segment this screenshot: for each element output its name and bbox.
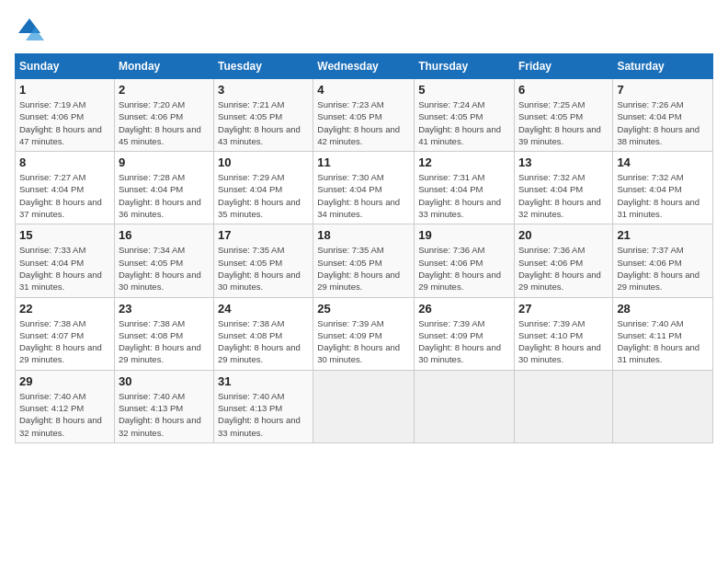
day-number: 30 xyxy=(119,374,210,388)
day-number: 15 xyxy=(19,228,110,242)
day-info: Sunrise: 7:20 AM Sunset: 4:06 PM Dayligh… xyxy=(119,98,210,147)
sunrise: Sunrise: 7:25 AM xyxy=(518,99,585,109)
daylight: Daylight: 8 hours and 35 minutes. xyxy=(218,197,301,219)
day-cell: 11 Sunrise: 7:30 AM Sunset: 4:04 PM Dayl… xyxy=(313,152,415,224)
daylight: Daylight: 8 hours and 32 minutes. xyxy=(19,415,102,437)
day-number: 7 xyxy=(617,83,709,97)
day-cell xyxy=(415,370,515,442)
day-cell: 3 Sunrise: 7:21 AM Sunset: 4:05 PM Dayli… xyxy=(214,79,313,152)
day-cell: 10 Sunrise: 7:29 AM Sunset: 4:04 PM Dayl… xyxy=(214,152,313,224)
day-number: 20 xyxy=(518,228,609,242)
calendar-header: SundayMondayTuesdayWednesdayThursdayFrid… xyxy=(16,54,713,79)
sunrise: Sunrise: 7:40 AM xyxy=(119,391,185,401)
daylight: Daylight: 8 hours and 29 minutes. xyxy=(19,342,102,364)
page-container: SundayMondayTuesdayWednesdayThursdayFrid… xyxy=(0,0,728,451)
daylight: Daylight: 8 hours and 30 minutes. xyxy=(119,270,201,292)
day-cell: 5 Sunrise: 7:24 AM Sunset: 4:05 PM Dayli… xyxy=(415,79,515,152)
day-cell: 18 Sunrise: 7:35 AM Sunset: 4:05 PM Dayl… xyxy=(313,224,415,297)
sunset: Sunset: 4:08 PM xyxy=(218,330,282,340)
day-cell: 17 Sunrise: 7:35 AM Sunset: 4:05 PM Dayl… xyxy=(214,224,313,297)
day-cell: 9 Sunrise: 7:28 AM Sunset: 4:04 PM Dayli… xyxy=(114,152,213,224)
daylight: Daylight: 8 hours and 32 minutes. xyxy=(119,415,201,437)
daylight: Daylight: 8 hours and 34 minutes. xyxy=(317,197,400,219)
sunrise: Sunrise: 7:38 AM xyxy=(119,318,185,328)
sunrise: Sunrise: 7:38 AM xyxy=(19,318,85,328)
sunset: Sunset: 4:11 PM xyxy=(617,330,681,340)
daylight: Daylight: 8 hours and 42 minutes. xyxy=(317,124,400,146)
day-cell: 23 Sunrise: 7:38 AM Sunset: 4:08 PM Dayl… xyxy=(114,297,213,370)
day-number: 8 xyxy=(19,155,110,169)
sunset: Sunset: 4:06 PM xyxy=(617,258,681,268)
day-info: Sunrise: 7:36 AM Sunset: 4:06 PM Dayligh… xyxy=(418,244,510,293)
daylight: Daylight: 8 hours and 37 minutes. xyxy=(19,197,102,219)
logo-icon xyxy=(15,15,44,44)
sunrise: Sunrise: 7:23 AM xyxy=(317,99,383,109)
sunrise: Sunrise: 7:29 AM xyxy=(218,172,284,182)
sunrise: Sunrise: 7:40 AM xyxy=(617,318,683,328)
day-cell: 7 Sunrise: 7:26 AM Sunset: 4:04 PM Dayli… xyxy=(613,79,713,152)
sunrise: Sunrise: 7:40 AM xyxy=(19,391,85,401)
daylight: Daylight: 8 hours and 29 minutes. xyxy=(518,270,601,292)
day-number: 27 xyxy=(518,302,609,316)
daylight: Daylight: 8 hours and 36 minutes. xyxy=(119,197,201,219)
sunrise: Sunrise: 7:31 AM xyxy=(418,172,484,182)
daylight: Daylight: 8 hours and 32 minutes. xyxy=(518,197,601,219)
sunset: Sunset: 4:06 PM xyxy=(119,111,183,121)
day-cell: 26 Sunrise: 7:39 AM Sunset: 4:09 PM Dayl… xyxy=(415,297,515,370)
day-cell xyxy=(613,370,713,442)
daylight: Daylight: 8 hours and 31 minutes. xyxy=(617,342,700,364)
sunset: Sunset: 4:04 PM xyxy=(317,184,381,194)
day-info: Sunrise: 7:40 AM Sunset: 4:11 PM Dayligh… xyxy=(617,317,709,366)
sunset: Sunset: 4:13 PM xyxy=(218,403,282,413)
weekday-header-saturday: Saturday xyxy=(613,54,713,79)
day-info: Sunrise: 7:32 AM Sunset: 4:04 PM Dayligh… xyxy=(518,171,609,220)
daylight: Daylight: 8 hours and 31 minutes. xyxy=(617,197,700,219)
day-info: Sunrise: 7:26 AM Sunset: 4:04 PM Dayligh… xyxy=(617,98,709,147)
sunset: Sunset: 4:07 PM xyxy=(19,330,84,340)
calendar-body: 1 Sunrise: 7:19 AM Sunset: 4:06 PM Dayli… xyxy=(16,79,713,443)
day-number: 9 xyxy=(119,155,210,169)
header-row xyxy=(15,15,713,44)
sunset: Sunset: 4:06 PM xyxy=(19,111,84,121)
day-cell: 12 Sunrise: 7:31 AM Sunset: 4:04 PM Dayl… xyxy=(415,152,515,224)
sunset: Sunset: 4:09 PM xyxy=(418,330,483,340)
day-number: 1 xyxy=(19,83,110,97)
day-cell: 19 Sunrise: 7:36 AM Sunset: 4:06 PM Dayl… xyxy=(415,224,515,297)
daylight: Daylight: 8 hours and 29 minutes. xyxy=(218,342,301,364)
day-number: 11 xyxy=(317,155,410,169)
day-number: 19 xyxy=(418,228,510,242)
day-info: Sunrise: 7:39 AM Sunset: 4:10 PM Dayligh… xyxy=(518,317,609,366)
daylight: Daylight: 8 hours and 43 minutes. xyxy=(218,124,301,146)
week-row-2: 8 Sunrise: 7:27 AM Sunset: 4:04 PM Dayli… xyxy=(16,152,713,224)
daylight: Daylight: 8 hours and 33 minutes. xyxy=(418,197,501,219)
daylight: Daylight: 8 hours and 41 minutes. xyxy=(418,124,501,146)
day-info: Sunrise: 7:40 AM Sunset: 4:13 PM Dayligh… xyxy=(218,390,309,439)
week-row-5: 29 Sunrise: 7:40 AM Sunset: 4:12 PM Dayl… xyxy=(16,370,713,442)
sunset: Sunset: 4:08 PM xyxy=(119,330,183,340)
day-number: 13 xyxy=(518,155,609,169)
day-cell: 29 Sunrise: 7:40 AM Sunset: 4:12 PM Dayl… xyxy=(16,370,115,442)
day-number: 29 xyxy=(19,374,110,388)
sunset: Sunset: 4:12 PM xyxy=(19,403,84,413)
day-number: 31 xyxy=(218,374,309,388)
sunset: Sunset: 4:04 PM xyxy=(218,184,282,194)
sunset: Sunset: 4:05 PM xyxy=(518,111,583,121)
day-number: 24 xyxy=(218,302,309,316)
sunset: Sunset: 4:05 PM xyxy=(317,111,381,121)
day-cell: 14 Sunrise: 7:32 AM Sunset: 4:04 PM Dayl… xyxy=(613,152,713,224)
day-info: Sunrise: 7:23 AM Sunset: 4:05 PM Dayligh… xyxy=(317,98,410,147)
daylight: Daylight: 8 hours and 31 minutes. xyxy=(19,270,102,292)
day-info: Sunrise: 7:34 AM Sunset: 4:05 PM Dayligh… xyxy=(119,244,210,293)
week-row-1: 1 Sunrise: 7:19 AM Sunset: 4:06 PM Dayli… xyxy=(16,79,713,152)
day-info: Sunrise: 7:37 AM Sunset: 4:06 PM Dayligh… xyxy=(617,244,709,293)
sunrise: Sunrise: 7:30 AM xyxy=(317,172,383,182)
week-row-4: 22 Sunrise: 7:38 AM Sunset: 4:07 PM Dayl… xyxy=(16,297,713,370)
sunset: Sunset: 4:05 PM xyxy=(218,111,282,121)
daylight: Daylight: 8 hours and 29 minutes. xyxy=(119,342,201,364)
day-number: 16 xyxy=(119,228,210,242)
sunrise: Sunrise: 7:40 AM xyxy=(218,391,284,401)
sunrise: Sunrise: 7:35 AM xyxy=(218,245,284,255)
day-info: Sunrise: 7:32 AM Sunset: 4:04 PM Dayligh… xyxy=(617,171,709,220)
calendar-table: SundayMondayTuesdayWednesdayThursdayFrid… xyxy=(15,53,713,443)
day-info: Sunrise: 7:31 AM Sunset: 4:04 PM Dayligh… xyxy=(418,171,510,220)
